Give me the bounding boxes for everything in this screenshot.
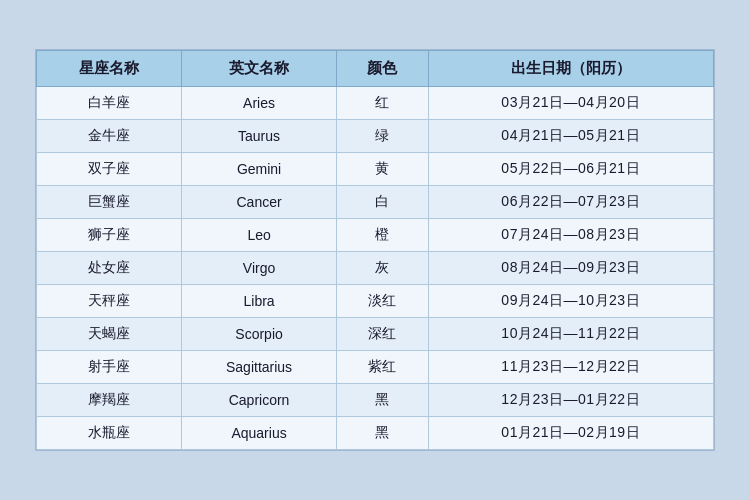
cell-color: 黑 xyxy=(337,417,428,450)
cell-chinese: 天蝎座 xyxy=(37,318,182,351)
cell-english: Leo xyxy=(181,219,337,252)
table-row: 狮子座Leo橙07月24日—08月23日 xyxy=(37,219,714,252)
cell-chinese: 水瓶座 xyxy=(37,417,182,450)
cell-date: 11月23日—12月22日 xyxy=(428,351,713,384)
cell-color: 橙 xyxy=(337,219,428,252)
table-row: 金牛座Taurus绿04月21日—05月21日 xyxy=(37,120,714,153)
zodiac-table: 星座名称 英文名称 颜色 出生日期（阳历） 白羊座Aries红03月21日—04… xyxy=(36,50,714,450)
col-header-chinese: 星座名称 xyxy=(37,51,182,87)
table-row: 摩羯座Capricorn黑12月23日—01月22日 xyxy=(37,384,714,417)
table-row: 巨蟹座Cancer白06月22日—07月23日 xyxy=(37,186,714,219)
cell-english: Capricorn xyxy=(181,384,337,417)
col-header-english: 英文名称 xyxy=(181,51,337,87)
col-header-date: 出生日期（阳历） xyxy=(428,51,713,87)
table-row: 双子座Gemini黄05月22日—06月21日 xyxy=(37,153,714,186)
cell-color: 紫红 xyxy=(337,351,428,384)
cell-date: 09月24日—10月23日 xyxy=(428,285,713,318)
cell-english: Scorpio xyxy=(181,318,337,351)
cell-color: 黑 xyxy=(337,384,428,417)
cell-english: Virgo xyxy=(181,252,337,285)
cell-color: 灰 xyxy=(337,252,428,285)
col-header-color: 颜色 xyxy=(337,51,428,87)
cell-color: 黄 xyxy=(337,153,428,186)
table-header-row: 星座名称 英文名称 颜色 出生日期（阳历） xyxy=(37,51,714,87)
cell-english: Taurus xyxy=(181,120,337,153)
table-row: 天蝎座Scorpio深红10月24日—11月22日 xyxy=(37,318,714,351)
cell-date: 01月21日—02月19日 xyxy=(428,417,713,450)
cell-date: 07月24日—08月23日 xyxy=(428,219,713,252)
cell-chinese: 白羊座 xyxy=(37,87,182,120)
cell-date: 04月21日—05月21日 xyxy=(428,120,713,153)
cell-color: 红 xyxy=(337,87,428,120)
table-row: 天秤座Libra淡红09月24日—10月23日 xyxy=(37,285,714,318)
cell-date: 12月23日—01月22日 xyxy=(428,384,713,417)
cell-chinese: 双子座 xyxy=(37,153,182,186)
cell-color: 绿 xyxy=(337,120,428,153)
cell-chinese: 金牛座 xyxy=(37,120,182,153)
cell-english: Libra xyxy=(181,285,337,318)
zodiac-table-container: 星座名称 英文名称 颜色 出生日期（阳历） 白羊座Aries红03月21日—04… xyxy=(35,49,715,451)
cell-date: 06月22日—07月23日 xyxy=(428,186,713,219)
table-row: 白羊座Aries红03月21日—04月20日 xyxy=(37,87,714,120)
cell-date: 08月24日—09月23日 xyxy=(428,252,713,285)
cell-english: Cancer xyxy=(181,186,337,219)
cell-color: 白 xyxy=(337,186,428,219)
cell-color: 深红 xyxy=(337,318,428,351)
table-row: 射手座Sagittarius紫红11月23日—12月22日 xyxy=(37,351,714,384)
cell-color: 淡红 xyxy=(337,285,428,318)
cell-english: Aries xyxy=(181,87,337,120)
cell-chinese: 射手座 xyxy=(37,351,182,384)
cell-date: 10月24日—11月22日 xyxy=(428,318,713,351)
cell-date: 03月21日—04月20日 xyxy=(428,87,713,120)
cell-date: 05月22日—06月21日 xyxy=(428,153,713,186)
table-row: 水瓶座Aquarius黑01月21日—02月19日 xyxy=(37,417,714,450)
cell-chinese: 天秤座 xyxy=(37,285,182,318)
table-row: 处女座Virgo灰08月24日—09月23日 xyxy=(37,252,714,285)
cell-english: Sagittarius xyxy=(181,351,337,384)
cell-english: Gemini xyxy=(181,153,337,186)
cell-chinese: 处女座 xyxy=(37,252,182,285)
cell-chinese: 巨蟹座 xyxy=(37,186,182,219)
cell-chinese: 狮子座 xyxy=(37,219,182,252)
cell-chinese: 摩羯座 xyxy=(37,384,182,417)
cell-english: Aquarius xyxy=(181,417,337,450)
